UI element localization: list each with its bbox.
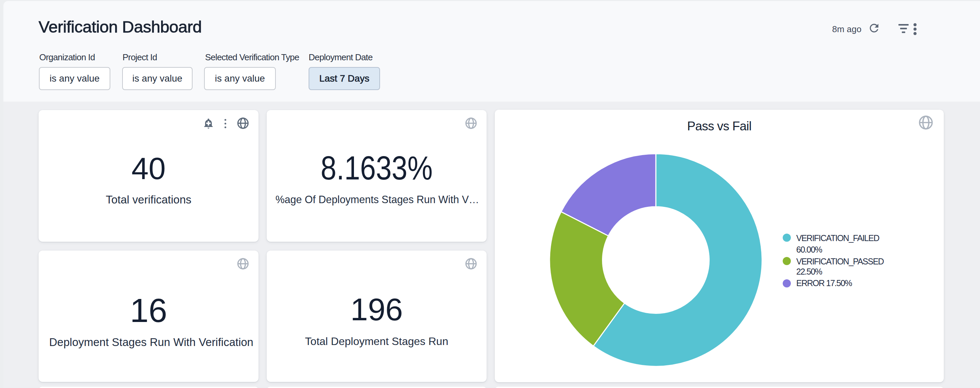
svg-text:60.00%: 60.00% <box>796 245 822 254</box>
svg-text:VERIFICATION_PASSED: VERIFICATION_PASSED <box>796 257 884 266</box>
svg-text:VERIFICATION_FAILED: VERIFICATION_FAILED <box>796 233 879 243</box>
svg-text:ERROR 17.50%: ERROR 17.50% <box>796 278 852 288</box>
svg-text:22.50%: 22.50% <box>796 267 822 276</box>
